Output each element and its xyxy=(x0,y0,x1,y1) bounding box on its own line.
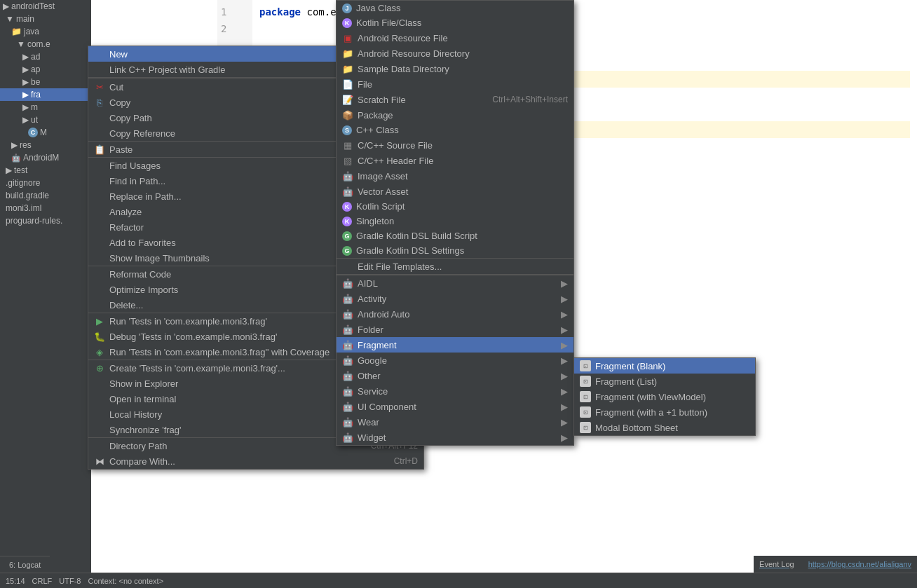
submenu-file[interactable]: 📄 File xyxy=(337,76,573,92)
folder-icon: ▶ xyxy=(22,115,29,125)
submenu-sample-data[interactable]: 📁 Sample Data Directory xyxy=(337,61,573,76)
tree-item-java[interactable]: 📁 java xyxy=(0,25,91,38)
tree-item-test[interactable]: ▶ test xyxy=(0,164,91,177)
tree-item-main[interactable]: ▼ main xyxy=(0,13,91,25)
submenu-android-res-file[interactable]: ▣ Android Resource File xyxy=(337,30,573,46)
submenu-ui-component[interactable]: 🤖 UI Component ▶ xyxy=(337,399,573,414)
event-log-tab[interactable]: Event Log xyxy=(759,560,794,568)
fragment-modal-item[interactable]: ⊡ Modal Bottom Sheet xyxy=(574,420,755,435)
submenu-other-label: Other xyxy=(358,371,554,381)
submenu-fragment[interactable]: 🤖 Fragment ▶ xyxy=(337,337,573,353)
submenu-folder[interactable]: 🤖 Folder ▶ xyxy=(337,322,573,337)
submenu-gradle-build[interactable]: G Gradle Kotlin DSL Build Script xyxy=(337,228,573,243)
replace-icon xyxy=(94,191,105,202)
coverage-icon: ◈ xyxy=(94,346,105,357)
debug-icon: 🐛 xyxy=(94,331,105,342)
bottom-right-area: Event Log https://blog.csdn.net/alialiga… xyxy=(754,556,917,573)
submenu-activity[interactable]: 🤖 Activity ▶ xyxy=(337,291,573,306)
tree-item-androidtest[interactable]: ▶ androidTest xyxy=(0,0,91,13)
fragment-plus1-item[interactable]: ⊡ Fragment (with a +1 button) xyxy=(574,404,755,420)
android-res-file-icon: ▣ xyxy=(342,32,353,43)
google-arrow: ▶ xyxy=(561,355,568,366)
tree-item-ap[interactable]: ▶ ap xyxy=(0,63,91,76)
submenu-scratch[interactable]: 📝 Scratch File Ctrl+Alt+Shift+Insert xyxy=(337,92,573,107)
paste-icon: 📋 xyxy=(94,144,105,155)
dir-icon xyxy=(94,440,105,451)
submenu-cpp-class-label: C++ Class xyxy=(356,125,568,135)
folder-icon: ▶ xyxy=(11,140,18,150)
folder-icon: ▶ xyxy=(22,102,29,112)
submenu-cpp-source[interactable]: ▦ C/C++ Source File xyxy=(337,137,573,153)
submenu-package[interactable]: 📦 Package xyxy=(337,107,573,123)
submenu-vector-asset[interactable]: 🤖 Vector Asset xyxy=(337,184,573,199)
submenu-kotlin-script[interactable]: K Kotlin Script xyxy=(337,199,573,214)
submenu-ui-label: UI Component xyxy=(358,402,554,412)
package-icon: 📦 xyxy=(342,109,353,121)
submenu-vector-asset-label: Vector Asset xyxy=(358,186,568,197)
submenu-google[interactable]: 🤖 Google ▶ xyxy=(337,353,573,368)
fragment-viewmodel-item[interactable]: ⊡ Fragment (with ViewModel) xyxy=(574,389,755,404)
submenu-other[interactable]: 🤖 Other ▶ xyxy=(337,368,573,383)
find-icon xyxy=(94,160,105,171)
tree-item-m[interactable]: ▶ m xyxy=(0,101,91,114)
tree-item-be[interactable]: ▶ be xyxy=(0,76,91,88)
menu-item-compare-with[interactable]: ⧓ Compare With... Ctrl+D xyxy=(88,453,423,469)
ui-component-icon: 🤖 xyxy=(342,401,353,412)
submenu-sample-label: Sample Data Directory xyxy=(358,64,568,74)
fragment-modal-icon: ⊡ xyxy=(580,422,591,433)
fragment-list-item[interactable]: ⊡ Fragment (List) xyxy=(574,374,755,389)
submenu-aidl[interactable]: 🤖 AIDL ▶ xyxy=(337,275,573,291)
menu-item-find-path-label: Find in Path... xyxy=(109,176,369,186)
submenu-widget[interactable]: 🤖 Widget ▶ xyxy=(337,430,573,445)
submenu-gradle-settings[interactable]: G Gradle Kotlin DSL Settings xyxy=(337,243,573,258)
tree-item-androidm[interactable]: 🤖 AndroidM xyxy=(0,151,91,164)
tree-item-ut[interactable]: ▶ ut xyxy=(0,114,91,126)
bottom-tabs-bar: 6: Logcat xyxy=(0,556,50,573)
tree-item-res[interactable]: ▶ res xyxy=(0,139,91,151)
cut-icon: ✂ xyxy=(94,81,105,93)
submenu-edit-templates[interactable]: Edit File Templates... xyxy=(337,258,573,275)
wear-icon: 🤖 xyxy=(342,416,353,428)
tree-item-fra[interactable]: ▶ fra xyxy=(0,88,91,101)
tree-item-proguard[interactable]: proguard-rules. xyxy=(0,214,91,227)
submenu-service[interactable]: 🤖 Service ▶ xyxy=(337,383,573,399)
activity-arrow: ▶ xyxy=(561,294,568,304)
cpp-source-icon: ▦ xyxy=(342,139,353,151)
new-icon xyxy=(94,48,105,60)
submenu-android-auto[interactable]: 🤖 Android Auto ▶ xyxy=(337,306,573,322)
tree-item-java-file[interactable]: C M xyxy=(0,126,91,139)
cpp-class-icon: S xyxy=(342,125,352,135)
submenu-cpp-header[interactable]: ▧ C/C++ Header File xyxy=(337,153,573,168)
logcat-tab[interactable]: 6: Logcat xyxy=(3,559,47,571)
submenu-android-auto-label: Android Auto xyxy=(358,309,554,320)
submenu-android-res-label: Android Resource File xyxy=(358,33,568,43)
submenu-edit-templates-label: Edit File Templates... xyxy=(358,261,568,272)
favorites-icon xyxy=(94,237,105,248)
image-asset-icon: 🤖 xyxy=(342,170,353,182)
submenu-image-asset[interactable]: 🤖 Image Asset xyxy=(337,168,573,184)
other-icon: 🤖 xyxy=(342,370,353,381)
aidl-icon: 🤖 xyxy=(342,278,353,289)
tree-item-ad[interactable]: ▶ ad xyxy=(0,50,91,63)
tree-item-gitignore[interactable]: .gitignore xyxy=(0,177,91,189)
submenu-fragment-label: Fragment xyxy=(358,340,554,350)
android-auto-icon: 🤖 xyxy=(342,308,353,320)
ui-arrow: ▶ xyxy=(561,402,568,412)
image-icon xyxy=(94,252,105,264)
submenu-singleton[interactable]: K Singleton xyxy=(337,214,573,228)
fragment-blank-item[interactable]: ⊡ Fragment (Blank) xyxy=(574,358,755,374)
url-link[interactable]: https://blog.csdn.net/alialiganv xyxy=(808,560,911,568)
submenu-java-class[interactable]: J Java Class xyxy=(337,1,573,15)
folder-icon: ▼ xyxy=(17,39,25,49)
submenu-wear[interactable]: 🤖 Wear ▶ xyxy=(337,414,573,430)
analyze-icon xyxy=(94,206,105,217)
menu-item-run-label: Run 'Tests in 'com.example.moni3.frag' xyxy=(109,316,360,327)
wear-arrow: ▶ xyxy=(561,417,568,428)
tree-item-moni3-iml[interactable]: moni3.iml xyxy=(0,202,91,214)
submenu-android-res-dir[interactable]: 📁 Android Resource Directory xyxy=(337,46,573,61)
android-res-dir-icon: 📁 xyxy=(342,48,353,59)
tree-item-come[interactable]: ▼ com.e xyxy=(0,38,91,50)
tree-item-build-gradle[interactable]: build.gradle xyxy=(0,189,91,202)
submenu-cpp-class[interactable]: S C++ Class xyxy=(337,123,573,137)
submenu-kotlin-file[interactable]: K Kotlin File/Class xyxy=(337,15,573,30)
